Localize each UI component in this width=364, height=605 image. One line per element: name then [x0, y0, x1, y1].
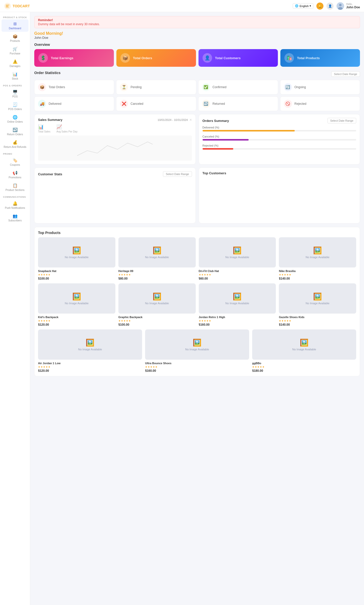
sidebar-label-purchase: Purchase	[10, 52, 20, 55]
product-image-1: 🖼️ No Image Available	[118, 237, 196, 267]
avatar-image	[337, 2, 344, 10]
overview-card-products: 🛍️ Total Products	[280, 49, 360, 67]
product-stars-4: ★★★★★	[38, 319, 115, 322]
sales-summary-clear[interactable]: ✕	[189, 118, 192, 122]
product-price-4: $120.00	[38, 323, 115, 326]
overview-card-customers: 👤 Total Customers	[198, 49, 278, 67]
canceled-bar-fill	[203, 139, 249, 141]
confirmed-stat-info: Confirmed	[213, 85, 226, 89]
product-name-5: Graphic Backpack	[118, 316, 196, 319]
top-customers-title: Top Customers	[203, 171, 226, 175]
section-label-communications: COMMUNICATIONS	[0, 194, 30, 199]
rejected-stat-icon: 🚫	[284, 100, 292, 108]
main-layout: PRODUCT & STOCK ⊞ Dashboard 📦 Products 🛒…	[0, 12, 364, 605]
order-stats-date-range[interactable]: Select Date Range	[331, 71, 360, 77]
customers-card-label: Total Customers	[215, 56, 241, 60]
sidebar-item-online-orders[interactable]: 🌐 Online Orders	[2, 113, 28, 125]
customer-stats-date-range[interactable]: Select Date Range	[163, 171, 192, 177]
products-row-3: 🖼️ No Image Available Air Jordan 1 Low ★…	[38, 329, 356, 373]
promotions-icon: 📢	[13, 171, 18, 175]
product-price-3: $140.00	[279, 277, 356, 280]
product-stars-1: ★★★★★	[118, 273, 196, 276]
earnings-card-icon: 💲	[38, 53, 48, 63]
product-image-6: 🖼️ No Image Available	[199, 283, 276, 314]
sidebar-label-subscribers: Subscribers	[8, 219, 22, 222]
no-image-text-2: No Image Available	[225, 256, 249, 259]
sidebar-item-return-refunds[interactable]: 💰 Return And Refunds	[2, 138, 28, 150]
sidebar-item-pos[interactable]: 🖥️ POS	[2, 88, 28, 100]
sidebar-item-products[interactable]: 📦 Products	[2, 32, 28, 44]
notification-button[interactable]: 🔔	[316, 3, 323, 10]
canceled-stat-info: Canceled	[130, 102, 143, 106]
sales-chart	[38, 138, 192, 158]
product-name-6: Jordan Retro 1 High	[199, 316, 276, 319]
returned-stat-icon: ↩️	[202, 100, 210, 108]
product-name-9: Ultra Bounce Shoes	[145, 362, 249, 365]
greeting: Good Morning! John Doe	[34, 31, 360, 40]
earnings-card-label: Total Earnings	[51, 56, 73, 60]
product-stars-2: ★★★★★	[199, 273, 276, 276]
avg-sales-label: Avg Sales Per Day	[56, 130, 78, 133]
order-stat-cards: 📦 Total Orders ⏳ Pending ✅ Confirmed	[34, 80, 360, 111]
sidebar-item-return-orders[interactable]: ↩️ Return Orders	[2, 125, 28, 138]
sidebar-item-pos-orders[interactable]: 🧾 POS Orders	[2, 100, 28, 113]
orders-summary-date-range[interactable]: Select Date Range	[327, 118, 356, 123]
sidebar-item-product-sections[interactable]: 📋 Product Sections	[2, 181, 28, 193]
stock-icon: 📊	[13, 72, 18, 77]
greeting-morning: Good Morning!	[34, 31, 360, 36]
order-stats-header: Order Statistics Select Date Range	[34, 71, 360, 77]
banner-title: Reminder!	[38, 18, 356, 22]
product-card-10: 🖼️ No Image Available ggBBo ★★★★★ $180.0…	[252, 329, 356, 373]
rejected-stat-label: Rejected	[294, 102, 306, 106]
sidebar-item-promotions[interactable]: 📢 Promotions	[2, 169, 28, 181]
product-name-2: Dri-Fit Club Hat	[199, 270, 276, 273]
user-name-block: Hello, John Doe	[346, 3, 360, 9]
no-image-text-7: No Image Available	[306, 302, 329, 305]
delivered-bar-label: Delivered (%)	[203, 126, 356, 129]
sidebar-label-product-sections: Product Sections	[6, 189, 25, 191]
product-image-2: 🖼️ No Image Available	[199, 237, 276, 267]
sales-summary-title: Sales Summary	[38, 118, 62, 122]
product-stars-6: ★★★★★	[199, 319, 276, 322]
product-img-icon-8: 🖼️	[86, 339, 94, 347]
product-card-6: 🖼️ No Image Available Jordan Retro 1 Hig…	[199, 283, 276, 326]
order-stats-title: Order Statistics	[34, 71, 60, 75]
sales-summary-stats: 📊 Total Sales 📈 Avg Sales Per Day	[38, 124, 192, 133]
product-name-0: Snapback Hat	[38, 270, 115, 273]
rejected-bar: Rejected (%)	[203, 144, 356, 150]
canceled-stat-label: Canceled	[130, 102, 143, 106]
ongoing-stat-info: Ongoing	[294, 85, 306, 89]
sidebar-item-coupons[interactable]: 🏷️ Coupons	[2, 156, 28, 168]
sidebar-item-push-notifications[interactable]: 🔔 Push Notifications	[2, 199, 28, 211]
canceled-stat-icon: ❌	[120, 100, 128, 108]
product-price-10: $180.00	[252, 369, 356, 373]
customer-stats-chart	[38, 179, 192, 220]
logo-text: TODCART	[13, 4, 30, 8]
pending-stat-icon: ⏳	[120, 83, 128, 91]
section-label-pos-orders: POS & ORDERS	[0, 82, 30, 87]
user-info[interactable]: Hello, John Doe	[337, 2, 360, 10]
customer-stats-title: Customer Stats	[38, 172, 62, 176]
sidebar-item-stock[interactable]: 📊 Stock	[2, 70, 28, 82]
sidebar-item-purchase[interactable]: 🛒 Purchase	[2, 45, 28, 57]
sidebar-item-damages[interactable]: ⚠️ Damages	[2, 57, 28, 70]
product-img-icon-0: 🖼️	[72, 246, 81, 255]
product-name-10: ggBBo	[252, 362, 356, 365]
sidebar-label-online-orders: Online Orders	[7, 120, 23, 123]
product-price-1: $80.00	[118, 277, 196, 280]
secondary-notification-button[interactable]: 👤	[326, 3, 334, 10]
customer-stats-panel: Customer Stats Select Date Range	[34, 167, 196, 223]
top-products-section: Top Products 🖼️ No Image Available Snapb…	[34, 227, 360, 376]
language-button[interactable]: 🌐 English ▾	[293, 3, 313, 9]
customer-stats-header: Customer Stats Select Date Range	[38, 171, 192, 177]
sidebar-item-dashboard[interactable]: ⊞ Dashboard	[2, 19, 28, 32]
product-name-8: Air Jordan 1 Low	[38, 362, 142, 365]
product-card-9: 🖼️ No Image Available Ultra Bounce Shoes…	[145, 329, 249, 373]
product-image-9: 🖼️ No Image Available	[145, 329, 249, 360]
sidebar-item-subscribers[interactable]: 👥 Subscribers	[2, 212, 28, 224]
logo-icon	[4, 3, 11, 10]
stat-card-confirmed: ✅ Confirmed	[198, 80, 278, 94]
pos-orders-icon: 🧾	[13, 102, 18, 107]
confirmed-stat-icon: ✅	[202, 83, 210, 91]
logo: TODCART	[4, 3, 30, 10]
